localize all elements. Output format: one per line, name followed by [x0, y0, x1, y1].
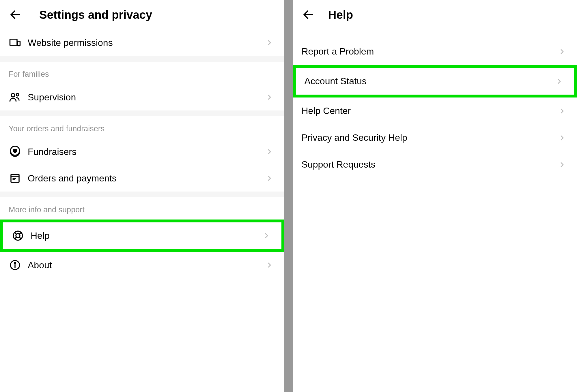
- people-icon: [9, 91, 21, 104]
- row-report-problem[interactable]: Report a Problem: [293, 38, 577, 65]
- page-title: Help: [328, 8, 353, 21]
- chevron-right-icon: [558, 134, 566, 142]
- row-about[interactable]: About: [0, 252, 284, 278]
- chevron-right-icon: [558, 48, 566, 56]
- row-supervision[interactable]: Supervision: [0, 84, 284, 110]
- row-orders-payments[interactable]: Orders and payments: [0, 165, 284, 192]
- row-privacy-security[interactable]: Privacy and Security Help: [293, 124, 577, 151]
- svg-line-12: [15, 232, 16, 234]
- row-support-requests[interactable]: Support Requests: [293, 151, 577, 178]
- row-help-center[interactable]: Help Center: [293, 97, 577, 124]
- row-website-permissions[interactable]: Website permissions: [0, 29, 284, 56]
- chevron-right-icon: [555, 77, 563, 85]
- chevron-right-icon: [265, 261, 273, 269]
- section-orders-fundraisers: Your orders and fundraisers: [0, 116, 284, 138]
- row-label: About: [28, 260, 265, 271]
- spacer: [293, 29, 577, 38]
- section-divider: [0, 56, 284, 62]
- help-header: Help: [293, 0, 577, 29]
- svg-rect-3: [18, 41, 20, 46]
- back-arrow-icon: [302, 8, 315, 21]
- svg-line-13: [19, 237, 21, 239]
- box-icon: [9, 172, 21, 185]
- row-label: Help Center: [302, 106, 558, 116]
- chevron-right-icon: [262, 232, 270, 240]
- row-label: Support Requests: [302, 159, 558, 170]
- help-panel: Help Report a Problem Account Status Hel…: [293, 0, 577, 392]
- section-more-info: More info and support: [0, 197, 284, 220]
- row-label: Supervision: [28, 92, 265, 103]
- row-label: Privacy and Security Help: [302, 132, 558, 143]
- back-arrow-icon: [9, 8, 22, 21]
- row-label: Account Status: [305, 76, 555, 87]
- panel-divider: [284, 0, 293, 392]
- chevron-right-icon: [558, 161, 566, 169]
- row-label: Orders and payments: [28, 173, 265, 184]
- svg-point-18: [14, 262, 16, 263]
- back-button[interactable]: [9, 8, 22, 21]
- row-label: Report a Problem: [302, 46, 558, 57]
- settings-panel: Settings and privacy Website permissions…: [0, 0, 284, 392]
- row-help[interactable]: Help: [0, 220, 284, 252]
- svg-point-5: [16, 93, 19, 96]
- svg-line-15: [15, 237, 16, 239]
- settings-header: Settings and privacy: [0, 0, 284, 29]
- section-for-families: For families: [0, 62, 284, 84]
- devices-icon: [9, 36, 21, 49]
- lifebuoy-icon: [12, 229, 24, 242]
- svg-point-4: [11, 93, 15, 97]
- info-icon: [9, 259, 21, 271]
- chevron-right-icon: [558, 107, 566, 115]
- row-label: Fundraisers: [28, 147, 265, 157]
- back-button[interactable]: [302, 8, 315, 21]
- row-label: Help: [31, 230, 262, 241]
- svg-rect-7: [11, 176, 19, 182]
- row-label: Website permissions: [28, 37, 265, 48]
- app-container: Settings and privacy Website permissions…: [0, 0, 577, 392]
- row-fundraisers[interactable]: Fundraisers: [0, 138, 284, 165]
- svg-rect-1: [10, 39, 17, 45]
- heart-coin-icon: [9, 145, 21, 158]
- svg-line-14: [19, 232, 21, 234]
- row-account-status[interactable]: Account Status: [293, 65, 577, 97]
- section-divider: [0, 192, 284, 197]
- chevron-right-icon: [265, 148, 273, 156]
- chevron-right-icon: [265, 93, 273, 101]
- chevron-right-icon: [265, 39, 273, 47]
- page-title: Settings and privacy: [39, 8, 152, 21]
- chevron-right-icon: [265, 174, 273, 182]
- section-divider: [0, 110, 284, 116]
